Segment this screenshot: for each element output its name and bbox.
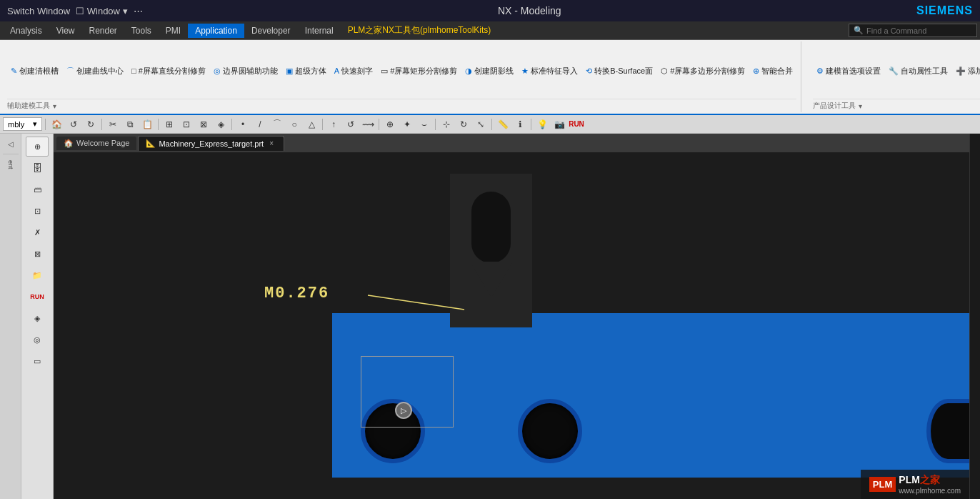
tab-welcome[interactable]: 🏠 Welcome Page [56,137,136,150]
tb-btn-arc[interactable]: ⌒ [269,117,285,132]
sb-btn-move-obj[interactable]: ⊠ [26,244,49,264]
tool-tip [470,262,513,297]
find-command-container[interactable]: 🔍 [849,24,977,37]
btn-std-feature[interactable]: ★ 标准特征导入 [518,64,581,78]
find-command-input[interactable] [866,26,972,35]
tb-btn-circle[interactable]: ○ [286,117,302,132]
tb-btn-rotate[interactable]: ↻ [456,117,471,132]
tb-btn-copy[interactable]: ⧉ [122,117,138,132]
tb-btn-undo[interactable]: ↺ [66,117,81,132]
btn-quick-engrave[interactable]: A 快速刻字 [331,64,376,78]
sb-btn-cylinder[interactable]: 🗄 [26,158,49,178]
tb-btn-fillet[interactable]: ⌣ [416,117,432,132]
tb-btn-line[interactable]: / [252,117,268,132]
ribbon-group-assist-label: 辅助建模工具 ▾ [7,99,796,111]
menu-developer[interactable]: Developer [244,24,298,38]
btn-curve-center[interactable]: ⌒ 创建曲线中心 [63,64,127,78]
tb-btn-move[interactable]: ⊹ [439,117,454,132]
menu-render[interactable]: Render [81,24,124,38]
tb-btn-paste[interactable]: 📋 [139,117,155,132]
left-panel-resource[interactable]: ent [3,157,19,172]
tb-btn-measure[interactable]: 📏 [495,117,511,132]
tb-btn-redo[interactable]: ↻ [83,117,99,132]
tb-btn-trim[interactable]: ✦ [399,117,415,132]
welcome-tab-label: Welcome Page [76,139,129,147]
model-tab-icon: 📐 [146,139,156,148]
smart-merge-icon: ⊕ [753,66,759,76]
window-btn[interactable]: ☐ Window ▾ [76,6,127,16]
tb-btn-render[interactable]: 💡 [534,117,550,132]
menu-pmi[interactable]: PMI [159,24,188,38]
siemens-logo: SIEMENS [916,4,973,17]
search-icon: 🔍 [854,26,864,35]
sb-btn-run[interactable]: RUN [26,287,49,307]
menu-plmhome[interactable]: PLM之家NX工具包(plmhomeToolKits) [341,22,499,39]
super-cube-icon: ▣ [286,66,293,76]
ribbon-group-product-label: 产品设计工具 ▾ [813,99,980,111]
title-bar: Switch Window ☐ Window ▾ ⋯ NX - Modeling… [0,0,980,21]
tb-btn-extrude[interactable]: ↑ [326,117,341,132]
plm-url: www.plmhome.com [899,487,961,495]
assembly-dropdown[interactable]: mbly ▾ [3,117,42,131]
tb-btn-scale[interactable]: ⤡ [473,117,489,132]
product-group-expand-icon[interactable]: ▾ [859,102,862,110]
btn-screen-line[interactable]: □ #屏幕直线分割修剪 [128,64,209,78]
viewport[interactable]: M0.276 ▷ PLM PLM之家 www.plmhome.com [54,152,969,499]
tb-btn-sweep[interactable]: ⟿ [360,117,376,132]
dimension-label: M0.276 [264,285,329,302]
plm-logo: PLM PLM之家 www.plmhome.com [869,474,961,495]
tb-btn-run-script[interactable]: RUN [569,117,584,132]
sb-btn-folder[interactable]: 📁 [26,265,49,285]
tb-btn-cut[interactable]: ✂ [105,117,121,132]
menu-internal[interactable]: Internal [298,24,341,38]
toolbar-sep-8 [491,119,492,130]
btn-auto-attr[interactable]: 🔧 自动属性工具 [885,64,951,78]
menu-view[interactable]: View [49,24,82,38]
tb-btn-home[interactable]: 🏠 [49,117,64,132]
tb-btn-revolve[interactable]: ↺ [343,117,359,132]
tb-btn-filter[interactable]: ⊠ [196,117,211,132]
btn-smart-merge[interactable]: ⊕ 智能合并 [749,64,796,78]
group-expand-icon[interactable]: ▾ [53,102,56,110]
sb-btn-cube[interactable]: 🗃 [26,179,49,199]
btn-create-root[interactable]: ✎ 创建清根槽 [7,64,62,78]
sb-btn-rect-tool[interactable]: ▭ [26,351,49,371]
btn-convert-bsurf[interactable]: ⟲ 转换B-Surface面 [582,64,656,78]
menu-tools[interactable]: Tools [124,24,159,38]
btn-screen-rect[interactable]: ▭ #屏幕矩形分割修剪 [377,64,461,78]
btn-shadow-line[interactable]: ◑ 创建阴影线 [461,64,517,78]
sb-btn-orient[interactable]: ⊕ [26,137,49,157]
ribbon: ✎ 创建清根槽 ⌒ 创建曲线中心 □ #屏幕直线分割修剪 ◎ 边界圆辅助功能 [0,40,980,115]
sb-btn-3d-body[interactable]: ◈ [26,308,49,328]
btn-border-circle[interactable]: ◎ 边界圆辅助功能 [210,64,281,78]
tb-btn-point[interactable]: • [235,117,251,132]
hole-right [518,399,582,463]
create-root-icon: ✎ [11,66,17,76]
plm-brand-text: PLM之家 www.plmhome.com [899,474,961,495]
tb-btn-select2[interactable]: ⊡ [179,117,194,132]
tab-model-file[interactable]: 📐 Machinery_Express_target.prt × [138,136,284,151]
tab-close-btn[interactable]: × [266,139,276,149]
btn-super-cube[interactable]: ▣ 超级方体 [282,64,330,78]
sb-btn-new-body[interactable]: ⊡ [26,201,49,221]
tb-btn-select[interactable]: ⊞ [161,117,177,132]
cursor-arrow: ▷ [401,406,406,415]
menu-application[interactable]: Application [188,24,244,38]
left-panel-collapse[interactable]: ◁ [3,137,19,151]
tb-btn-screenshot[interactable]: 📷 [551,117,567,132]
tb-btn-info[interactable]: ℹ [512,117,528,132]
product-row1: ⚙ 建模首选项设置 🔧 自动属性工具 ➕ 添加到组件 ◻ 边界盒信息 [813,43,980,99]
screen-poly-icon: ⬡ [661,66,668,76]
menu-analysis[interactable]: Analysis [3,24,49,38]
btn-screen-poly[interactable]: ⬡ #屏幕多边形分割修剪 [657,64,749,78]
more-btn[interactable]: ⋯ [134,6,143,16]
tb-btn-boolean[interactable]: ⊕ [382,117,398,132]
ribbon-group-assist: ✎ 创建清根槽 ⌒ 创建曲线中心 □ #屏幕直线分割修剪 ◎ 边界圆辅助功能 [3,41,801,112]
switch-window-btn[interactable]: Switch Window [7,6,70,16]
sb-btn-circle-tool[interactable]: ◎ [26,330,49,350]
btn-model-prefs[interactable]: ⚙ 建模首选项设置 [813,64,884,78]
sb-btn-delete[interactable]: ✗ [26,222,49,242]
btn-add-component[interactable]: ➕ 添加到组件 [952,64,980,78]
tb-btn-snap[interactable]: ◈ [213,117,229,132]
tb-btn-sketch[interactable]: △ [304,117,319,132]
